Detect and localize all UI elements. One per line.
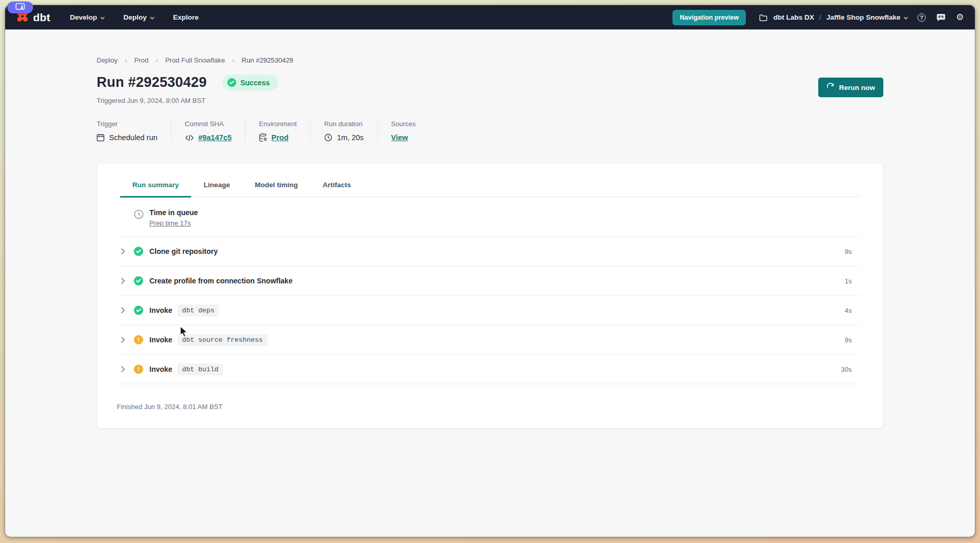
step-label: Invoke (149, 365, 172, 373)
time-in-queue-row: Time in queue Prep time 17s (120, 197, 860, 237)
step-duration: 30s (841, 366, 852, 373)
project-selector[interactable]: Jaffle Shop Snowflake (826, 13, 908, 21)
breadcrumb-separator-icon: › (125, 56, 127, 64)
account-name[interactable]: dbt Labs DX (773, 13, 814, 21)
step-command-code: dbt deps (177, 305, 219, 316)
clock-icon (324, 133, 332, 142)
run-meta-row: Trigger Scheduled run Commit SHA (97, 120, 883, 142)
run-detail-page: Deploy › Prod › Prod Full Snowflake › Ru… (97, 29, 883, 429)
queue-clock-icon (134, 209, 144, 219)
topbar-right-group: Navigation preview dbt Labs DX / Jaffle … (672, 10, 966, 25)
chevron-down-icon (904, 13, 908, 21)
sources-view-link[interactable]: View (391, 133, 408, 142)
screen-share-badge[interactable] (7, 2, 33, 13)
account-project-switcher: dbt Labs DX / Jaffle Shop Snowflake (758, 12, 908, 23)
step-row-create-profile[interactable]: Create profile from connection Snowflake… (120, 266, 860, 296)
tab-artifacts[interactable]: Artifacts (310, 174, 363, 197)
step-row-dbt-build[interactable]: ! Invoke dbt build 30s (120, 355, 860, 384)
run-duration-value: 1m, 20s (337, 133, 364, 142)
breadcrumb-prod[interactable]: Prod (134, 56, 148, 64)
settings-gear-icon[interactable]: ⚙ (954, 12, 966, 23)
step-row-source-freshness[interactable]: ! Invoke dbt source freshness 9s (120, 325, 860, 355)
tab-run-summary[interactable]: Run summary (120, 174, 191, 197)
environment-link[interactable]: Prod (271, 133, 288, 142)
meta-sources: Sources View (377, 120, 430, 142)
step-label: Invoke (149, 306, 172, 314)
calendar-icon (97, 133, 104, 142)
nav-deploy[interactable]: Deploy (124, 13, 155, 21)
trigger-value: Scheduled run (109, 133, 158, 142)
warning-icon: ! (134, 365, 143, 374)
status-badge: Success (222, 74, 278, 90)
chevron-right-icon[interactable] (121, 337, 128, 343)
step-label: Invoke (149, 336, 172, 344)
nav-explore[interactable]: Explore (173, 13, 199, 21)
dbt-logo-text: dbt (33, 11, 50, 24)
step-row-dbt-deps[interactable]: Invoke dbt deps 4s (120, 296, 860, 325)
chevron-right-icon[interactable] (121, 278, 128, 284)
step-command-code: dbt build (177, 364, 223, 375)
breadcrumb-separator-icon: › (232, 56, 234, 64)
commit-sha-link[interactable]: #9a147c5 (198, 133, 232, 142)
navigation-preview-button[interactable]: Navigation preview (672, 10, 746, 25)
meta-commit-sha: Commit SHA #9a147c5 (171, 120, 246, 142)
chevron-right-icon[interactable] (121, 366, 128, 372)
meta-run-duration: Run duration 1m, 20s (310, 120, 377, 142)
app-window: dbt Develop Deploy Explore Navigation pr… (5, 5, 975, 537)
success-check-icon (227, 78, 236, 87)
prep-time-link[interactable]: Prep time 17s (149, 219, 191, 227)
code-icon (185, 134, 194, 141)
status-badge-label: Success (240, 79, 270, 87)
tab-model-timing[interactable]: Model timing (242, 174, 310, 197)
run-tabs: Run summary Lineage Model timing Artifac… (120, 174, 860, 197)
nav-develop[interactable]: Develop (70, 13, 105, 21)
breadcrumb-separator-icon: › (156, 56, 158, 64)
time-in-queue-title: Time in queue (149, 208, 198, 217)
screen-share-icon (16, 3, 25, 12)
feedback-icon[interactable] (935, 12, 946, 23)
chevron-right-icon[interactable] (121, 307, 128, 313)
step-duration: 9s (845, 248, 852, 255)
step-row-clone-git[interactable]: Clone git repository 9s (120, 237, 860, 266)
chevron-down-icon (100, 13, 105, 21)
account-project-separator: / (818, 13, 822, 21)
finished-timestamp: Finished Jun 9, 2024, 8:01 AM BST (117, 403, 860, 411)
help-icon[interactable]: ? (916, 12, 927, 23)
step-label: Create profile from connection Snowflake (149, 277, 293, 285)
tab-lineage[interactable]: Lineage (191, 174, 242, 197)
step-command-code: dbt source freshness (177, 334, 267, 346)
step-duration: 1s (845, 277, 852, 285)
warning-icon: ! (134, 335, 143, 344)
triggered-timestamp: Triggered Jun 9, 2024, 8:00 AM BST (97, 97, 278, 104)
success-check-icon (134, 306, 143, 315)
meta-trigger: Trigger Scheduled run (97, 120, 171, 142)
breadcrumb-job[interactable]: Prod Full Snowflake (165, 56, 225, 64)
chevron-down-icon (150, 13, 155, 21)
step-duration: 4s (845, 307, 852, 314)
refresh-icon (826, 83, 834, 92)
page-title: Run #292530429 (97, 74, 207, 90)
breadcrumb: Deploy › Prod › Prod Full Snowflake › Ru… (97, 56, 883, 64)
run-summary-card: Run summary Lineage Model timing Artifac… (97, 163, 883, 429)
success-check-icon (134, 247, 143, 256)
step-label: Clone git repository (149, 247, 218, 255)
main-nav: Develop Deploy Explore (70, 13, 198, 21)
chevron-right-icon[interactable] (121, 248, 128, 254)
step-duration: 9s (845, 336, 852, 344)
rerun-now-button[interactable]: Rerun now (818, 78, 883, 97)
breadcrumb-deploy[interactable]: Deploy (97, 56, 117, 64)
breadcrumb-run: Run #292530429 (242, 56, 294, 64)
meta-environment: Environment Prod (245, 120, 310, 142)
success-check-icon (134, 276, 143, 285)
folder-icon (758, 12, 769, 23)
page-header: Run #292530429 Success Triggered Jun 9, … (97, 74, 883, 104)
database-icon (259, 133, 267, 142)
top-navigation-bar: dbt Develop Deploy Explore Navigation pr… (5, 5, 975, 29)
